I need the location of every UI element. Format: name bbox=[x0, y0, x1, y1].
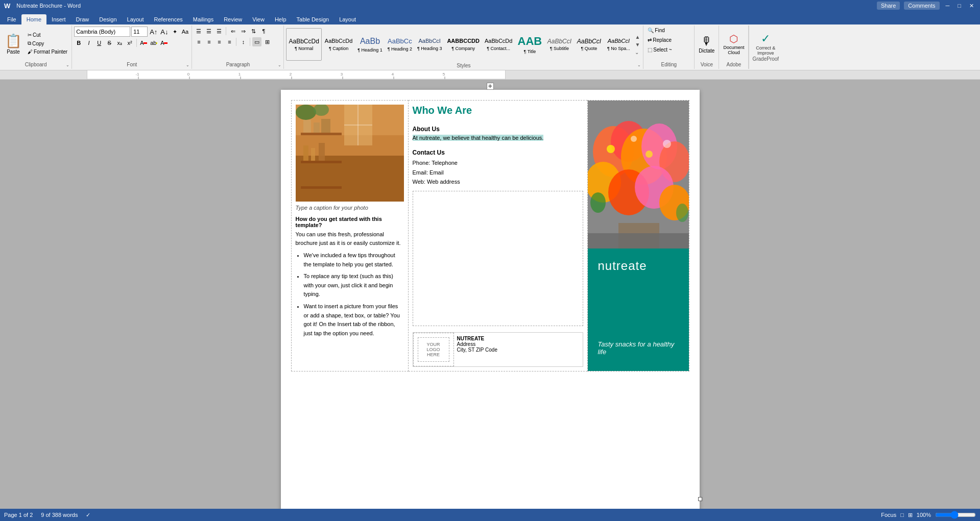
resize-handle[interactable] bbox=[698, 497, 702, 501]
proofing-icon[interactable]: ✓ bbox=[86, 512, 90, 518]
phone-info[interactable]: Phone: Telephone bbox=[413, 158, 583, 168]
align-right-button[interactable]: ≡ bbox=[214, 37, 224, 46]
copy-button[interactable]: ⧉ Copy bbox=[26, 39, 69, 47]
bullet-item-2[interactable]: To replace any tip text (such as this) w… bbox=[304, 272, 404, 299]
middle-empty-area[interactable] bbox=[413, 191, 583, 326]
strikethrough-button[interactable]: S bbox=[105, 38, 114, 47]
view-print-icon[interactable]: □ bbox=[900, 512, 904, 518]
superscript-button[interactable]: x² bbox=[125, 38, 134, 47]
font-size-input[interactable] bbox=[131, 27, 148, 37]
tab-layout[interactable]: Layout bbox=[122, 14, 149, 24]
tab-view[interactable]: View bbox=[247, 14, 270, 24]
tab-draw[interactable]: Draw bbox=[71, 14, 94, 24]
paragraph-expand-icon[interactable]: ⌄ bbox=[276, 62, 282, 68]
left-photo[interactable] bbox=[296, 105, 404, 202]
style-heading2[interactable]: AaBbCc ¶ Heading 2 bbox=[386, 28, 414, 61]
find-button[interactable]: 🔍 Find bbox=[646, 27, 666, 34]
sort-button[interactable]: ⇅ bbox=[249, 27, 258, 36]
styles-expand-btn[interactable]: ⌄ bbox=[634, 48, 641, 56]
italic-button[interactable]: I bbox=[84, 38, 93, 47]
cut-button[interactable]: ✂ Cut bbox=[26, 31, 69, 39]
about-heading[interactable]: About Us bbox=[413, 126, 583, 133]
contact-heading[interactable]: Contact Us bbox=[413, 149, 583, 156]
style-heading1[interactable]: AaBb ¶ Heading 1 bbox=[355, 28, 384, 61]
align-center-button[interactable]: ≡ bbox=[204, 37, 213, 46]
tab-design[interactable]: Design bbox=[94, 14, 122, 24]
tab-references[interactable]: References bbox=[149, 14, 188, 24]
multilevel-list-button[interactable]: ☰ bbox=[214, 27, 224, 36]
borders-button[interactable]: ⊞ bbox=[262, 37, 272, 46]
select-button[interactable]: ⬚ Select ~ bbox=[646, 46, 674, 54]
move-handle[interactable]: ✛ bbox=[487, 83, 494, 90]
tab-insert[interactable]: Insert bbox=[46, 14, 71, 24]
document-cloud-button[interactable]: ⬡ DocumentCloud bbox=[721, 32, 746, 56]
styles-scroll-up[interactable]: ▲ bbox=[634, 33, 641, 41]
decrease-indent-button[interactable]: ⇐ bbox=[228, 27, 237, 36]
clipboard-expand-icon[interactable]: ⌄ bbox=[64, 62, 70, 68]
view-web-icon[interactable]: ⊞ bbox=[908, 512, 913, 518]
tab-layout2[interactable]: Layout bbox=[334, 14, 361, 24]
tab-mailings[interactable]: Mailings bbox=[188, 14, 219, 24]
text-color-button[interactable]: A bbox=[139, 38, 148, 47]
template-question[interactable]: How do you get started with this templat… bbox=[296, 216, 404, 228]
font-expand-icon[interactable]: ⌄ bbox=[184, 62, 190, 68]
tab-file[interactable]: File bbox=[2, 14, 21, 24]
web-info[interactable]: Web: Web address bbox=[413, 177, 583, 187]
styles-expand-icon[interactable]: ⌄ bbox=[636, 62, 642, 68]
increase-font-button[interactable]: A↑ bbox=[149, 27, 158, 36]
text-highlight-button[interactable]: ab bbox=[149, 38, 158, 47]
style-quote[interactable]: AaBbCcI ¶ Quote bbox=[575, 28, 603, 61]
tab-home[interactable]: Home bbox=[21, 14, 46, 24]
line-spacing-button[interactable]: ↕ bbox=[238, 37, 248, 46]
font-name-input[interactable] bbox=[74, 27, 130, 37]
paste-button[interactable]: 📋 Paste bbox=[2, 31, 25, 57]
styles-scroll-down[interactable]: ▼ bbox=[634, 41, 641, 48]
text-case-button[interactable]: Aa bbox=[180, 27, 189, 36]
template-body[interactable]: You can use this fresh, professional bro… bbox=[296, 230, 404, 247]
minimize-icon[interactable]: ─ bbox=[944, 3, 952, 9]
style-contact[interactable]: AaBbCcDd ¶ Contact... bbox=[483, 28, 514, 61]
logo-placeholder[interactable]: YOUR LOGO HERE bbox=[413, 333, 454, 366]
style-subtitle[interactable]: AaBbCcI ¶ Subtitle bbox=[545, 28, 573, 61]
decrease-font-button[interactable]: A↓ bbox=[159, 27, 169, 36]
zoom-slider[interactable] bbox=[935, 512, 976, 517]
bullet-item-1[interactable]: We've included a few tips throughout the… bbox=[304, 251, 404, 269]
tab-table-design[interactable]: Table Design bbox=[292, 14, 334, 24]
share-button[interactable]: Share bbox=[877, 2, 900, 10]
photo-caption[interactable]: Type a caption for your photo bbox=[296, 205, 404, 211]
gradeproof-button[interactable]: ✓ Correct &Improve bbox=[756, 32, 775, 56]
shading-button[interactable]: ▭ bbox=[252, 37, 261, 46]
style-heading3[interactable]: AaBbCcI ¶ Heading 3 bbox=[415, 28, 444, 61]
style-no-space[interactable]: AaBbCcI ¶ No Spa... bbox=[604, 28, 633, 61]
dictate-button[interactable]: 🎙 Dictate bbox=[697, 34, 716, 55]
doc-title[interactable]: Who We Are bbox=[413, 105, 583, 116]
underline-button[interactable]: U bbox=[94, 38, 104, 47]
clear-formatting-button[interactable]: ✦ bbox=[170, 27, 179, 36]
address-block[interactable]: NUTREATE Address City, ST ZIP Code bbox=[454, 333, 500, 366]
email-info[interactable]: Email: Email bbox=[413, 168, 583, 178]
numbering-button[interactable]: ☰ bbox=[204, 27, 213, 36]
about-body[interactable]: At nutreate, we believe that healthy can… bbox=[413, 135, 583, 141]
font-color-button[interactable]: A bbox=[159, 38, 169, 47]
flower-photo[interactable] bbox=[588, 101, 689, 249]
close-icon[interactable]: ✕ bbox=[967, 3, 976, 9]
replace-button[interactable]: ⇄ Replace bbox=[646, 36, 674, 44]
focus-button[interactable]: Focus bbox=[881, 512, 896, 518]
subscript-button[interactable]: x₂ bbox=[115, 38, 124, 47]
brand-tagline[interactable]: Tasty snacks for a healthy life bbox=[598, 335, 679, 361]
style-title[interactable]: AAB ¶ Title bbox=[515, 28, 544, 61]
style-normal[interactable]: AaBbCcDd ¶ Normal bbox=[286, 28, 321, 61]
bold-button[interactable]: B bbox=[74, 38, 83, 47]
format-painter-button[interactable]: 🖌 Format Painter bbox=[26, 48, 69, 56]
bullet-item-3[interactable]: Want to insert a picture from your files… bbox=[304, 302, 404, 338]
align-left-button[interactable]: ≡ bbox=[194, 37, 203, 46]
tab-help[interactable]: Help bbox=[270, 14, 292, 24]
comments-button[interactable]: Comments bbox=[904, 2, 939, 10]
doc-col-middle[interactable]: Who We Are About Us At nutreate, we beli… bbox=[409, 100, 587, 371]
bullets-button[interactable]: ☰ bbox=[194, 27, 203, 36]
style-company[interactable]: AABBCCDD ¶ Company bbox=[445, 28, 482, 61]
brand-name[interactable]: nutreate bbox=[598, 259, 679, 273]
increase-indent-button[interactable]: ⇒ bbox=[238, 27, 248, 36]
justify-button[interactable]: ≡ bbox=[225, 37, 234, 46]
show-formatting-button[interactable]: ¶ bbox=[259, 27, 268, 36]
